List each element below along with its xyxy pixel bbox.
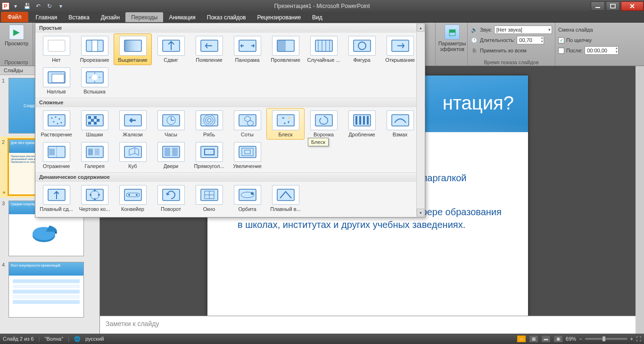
reading-view-button[interactable]: ▬ (541, 335, 551, 343)
zoom-level[interactable]: 69% (566, 336, 576, 342)
sorter-view-button[interactable]: ▦ (529, 335, 538, 343)
transition-checker[interactable]: Шашки (75, 108, 114, 140)
transition-zoom[interactable]: Увеличение (228, 140, 266, 171)
transition-dissolve[interactable]: Растворение (37, 108, 75, 140)
transition-blinds[interactable]: Жалюзи (114, 108, 152, 140)
transition-ripple[interactable]: Рябь (190, 108, 228, 140)
after-spinner[interactable]: 00:00,00 (585, 46, 619, 55)
svg-rect-64 (165, 148, 170, 156)
transition-gallery2[interactable]: Галерея (75, 140, 114, 171)
tab-slideshow[interactable]: Показ слайдов (201, 12, 252, 22)
qat-down-icon[interactable]: ▾ (10, 1, 21, 11)
preview-group-label: Просмотр (0, 59, 33, 65)
save-button[interactable]: 💾 (22, 1, 32, 11)
transition-flash[interactable]: Вспышка (75, 65, 114, 97)
tab-review[interactable]: Рецензирование (251, 12, 306, 22)
tab-home[interactable]: Главная (30, 12, 63, 22)
normal-view-button[interactable]: ▭ (517, 335, 526, 343)
transition-reveal[interactable]: Проявление (266, 34, 305, 65)
thumb-2-number: 2 (2, 139, 5, 145)
transition-flythrough-label: Плавный в... (270, 206, 300, 212)
transition-vortex[interactable]: Воронка (305, 108, 343, 140)
svg-point-80 (128, 194, 130, 196)
transition-honeycomb[interactable]: Соты (228, 108, 266, 140)
tab-animations[interactable]: Анимация (163, 12, 201, 22)
transition-cover[interactable]: Наплыв (37, 65, 75, 97)
transition-switch[interactable]: Взмах (381, 108, 419, 140)
transition-cube[interactable]: Куб (114, 140, 152, 171)
transition-push[interactable]: Сдвиг (152, 34, 190, 65)
transition-honeycomb-icon (234, 110, 261, 130)
maximize-button[interactable] (606, 1, 620, 11)
transition-split[interactable]: Панорама (228, 34, 266, 65)
effect-options-button[interactable]: ⬒ Параметры эффектов (438, 24, 466, 53)
after-checkbox[interactable] (558, 48, 564, 54)
transition-shred-icon (348, 110, 376, 130)
clock-icon: 🕐 (471, 36, 478, 44)
transition-shred[interactable]: Дробление (343, 108, 381, 140)
on-click-checkbox[interactable]: ✓ (558, 37, 564, 43)
sound-combo[interactable]: [Нет звука] (494, 25, 552, 34)
zoom-in-button[interactable]: + (630, 336, 633, 342)
transition-random[interactable]: Случайные ... (305, 34, 343, 65)
scroll-down-icon[interactable]: ▾ (417, 209, 424, 217)
tab-transitions[interactable]: Переходы (125, 12, 163, 22)
transition-glitter[interactable]: Блеск (266, 108, 305, 140)
duration-spinner[interactable]: 00,70 (517, 36, 544, 44)
svg-rect-61 (95, 149, 99, 155)
gallery-scrollbar[interactable]: ▴ ▾ (416, 24, 424, 217)
transition-uncover[interactable]: Открывание (381, 34, 419, 65)
vertical-scrollbar[interactable] (636, 66, 644, 334)
apply-all-button[interactable]: Применить ко всем (480, 48, 527, 53)
thumb-4-wrap[interactable]: 4 Рост популярности презентаций (0, 259, 99, 320)
transition-clock[interactable]: Часы (152, 108, 190, 140)
svg-rect-23 (52, 74, 64, 83)
transition-doors[interactable]: Двери (152, 140, 190, 171)
svg-point-31 (60, 122, 62, 124)
svg-rect-4 (48, 40, 65, 51)
zoom-slider[interactable] (585, 338, 627, 340)
tab-view[interactable]: Вид (306, 12, 328, 22)
tab-file[interactable]: Файл (1, 12, 28, 22)
transition-orbit[interactable]: Орбита (228, 183, 266, 214)
svg-rect-54 (363, 116, 365, 125)
svg-point-32 (57, 123, 58, 125)
apply-all-icon: ⎘ (471, 47, 478, 54)
transition-conveyor-label: Конвейер (121, 206, 144, 212)
transition-shape[interactable]: Фигура (343, 34, 381, 65)
thumb-4[interactable]: Рост популярности презентаций (8, 262, 84, 318)
zoom-out-button[interactable]: − (579, 336, 582, 342)
transition-flythrough[interactable]: Плавный в... (266, 183, 305, 214)
svg-rect-8 (124, 40, 141, 51)
transition-honeycomb-label: Соты (241, 132, 254, 137)
transition-wipe-icon (196, 36, 223, 56)
close-button[interactable] (621, 1, 644, 11)
transition-rotate[interactable]: Поворот (152, 183, 190, 214)
tab-insert[interactable]: Вставка (63, 12, 95, 22)
minimize-button[interactable] (591, 1, 605, 11)
redo-button[interactable]: ↻ (44, 1, 55, 11)
qat-more-icon[interactable]: ▾ (56, 1, 66, 11)
notes-pane[interactable]: Заметки к слайду (100, 316, 636, 334)
transition-cut[interactable]: Прорезание (75, 34, 114, 65)
preview-button[interactable]: ▶ Просмотр (3, 24, 30, 47)
transition-wipe[interactable]: Появление (190, 34, 228, 65)
transition-pan[interactable]: Плавный сд... (37, 183, 75, 214)
transition-window[interactable]: Окно (190, 183, 228, 214)
fit-to-window-button[interactable]: ⛶ (636, 336, 641, 342)
transition-window-label: Окно (203, 206, 215, 212)
transition-ferris[interactable]: Чертово ко... (75, 183, 114, 214)
status-language[interactable]: русский (85, 336, 104, 342)
transition-box[interactable]: Прямоугол... (190, 140, 228, 171)
transition-none[interactable]: Нет (37, 34, 75, 65)
tab-design[interactable]: Дизайн (95, 12, 125, 22)
ribbon-tabs: Файл Главная Вставка Дизайн Переходы Ани… (0, 12, 644, 23)
slideshow-view-button[interactable]: ▣ (553, 335, 563, 343)
transition-fade[interactable]: Выцветание (114, 34, 152, 65)
svg-rect-48 (277, 115, 294, 126)
language-icon: 🌐 (74, 336, 81, 342)
transition-conveyor[interactable]: Конвейер (114, 183, 152, 214)
transition-flip[interactable]: Отражение (37, 140, 75, 171)
scroll-up-icon[interactable]: ▴ (417, 24, 424, 32)
undo-button[interactable]: ↶ (33, 1, 43, 11)
